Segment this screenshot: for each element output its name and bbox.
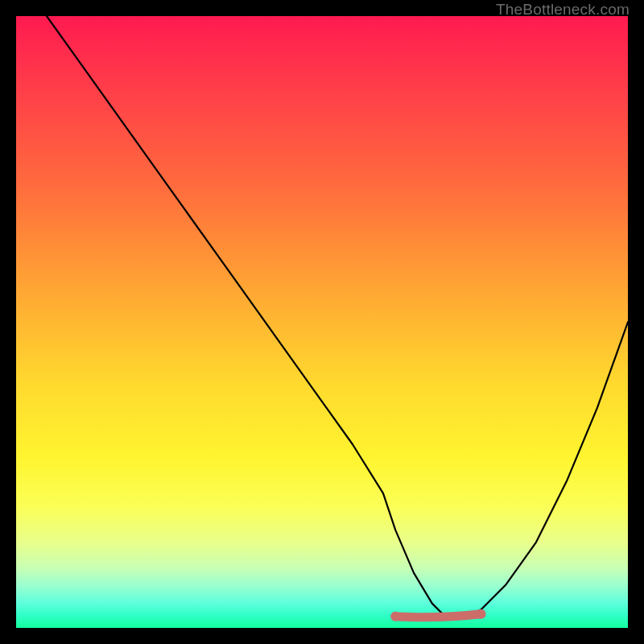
- optimal-region-left-dot: [390, 612, 400, 621]
- chart-canvas: TheBottleneck.com: [0, 0, 644, 644]
- curve-overlay: [16, 16, 628, 628]
- bottleneck-curve: [47, 16, 628, 616]
- plot-area: [16, 16, 628, 628]
- optimal-region-right-dot: [477, 609, 486, 619]
- optimal-region-marker: [395, 614, 481, 617]
